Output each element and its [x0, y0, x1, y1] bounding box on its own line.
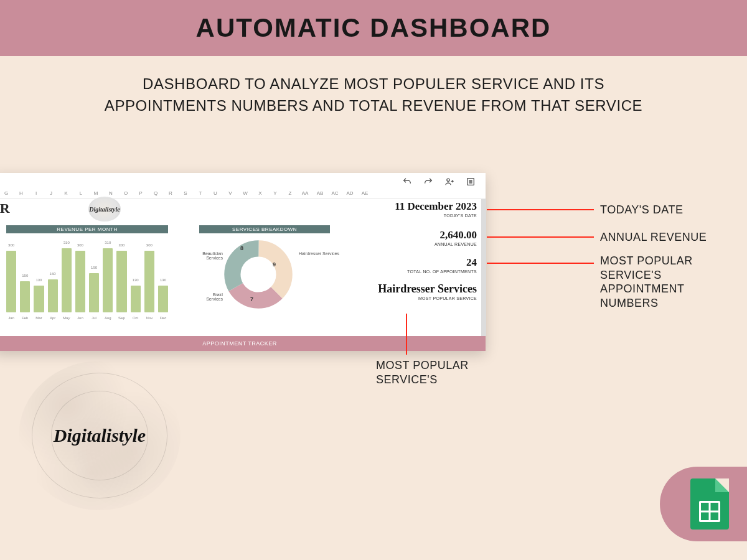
metric-date-value: 11 December 2023 — [395, 200, 477, 213]
callout-line-date — [487, 209, 594, 210]
column-letter: U — [208, 190, 223, 198]
redo-icon[interactable] — [423, 177, 433, 187]
bar-month: Feb — [22, 316, 28, 320]
bar-value: 130 — [35, 278, 42, 282]
column-letter: L — [73, 190, 88, 198]
bar-month: Apr — [50, 316, 55, 320]
metric-appts-value: 24 — [407, 256, 477, 269]
callout-line-revenue — [487, 236, 594, 238]
bar: 310Aug — [103, 248, 113, 312]
metric-most-popular: Hairdresser Services MOST POPULAR SERVIC… — [378, 282, 477, 301]
pie-value-braid: 7 — [250, 296, 253, 302]
column-letter: P — [133, 190, 148, 198]
bar-chart: 300Jan150Feb130Mar160Apr310May300Jun190J… — [6, 238, 168, 312]
page-subheading: DASHBOARD TO ANALYZE MOST POPULER SERVIC… — [93, 73, 654, 117]
metric-appts-label: TOTAL NO. OF APPOINTMENTS — [407, 269, 477, 274]
column-letter: T — [193, 190, 208, 198]
bar-value: 150 — [22, 274, 28, 278]
bar: 300Jan — [6, 251, 16, 312]
metric-popular-label: MOST POPULAR SERVICE — [378, 296, 477, 301]
bar: 300Nov — [144, 251, 154, 312]
pie-value-beautician: 8 — [240, 245, 243, 251]
bar-chart-title: REVENUE PER MONTH — [6, 225, 168, 233]
column-letter: W — [238, 190, 253, 198]
bar-value: 300 — [8, 243, 14, 247]
page-title: AUTOMATIC DASHBOARD — [196, 13, 552, 43]
metric-todays-date: 11 December 2023 TODAY'S DATE — [395, 200, 477, 218]
bar-month: Nov — [146, 316, 153, 320]
metric-revenue-value: 2,640.00 — [435, 229, 477, 241]
brand-logo: Digitalistyle — [19, 361, 181, 510]
undo-icon[interactable] — [402, 177, 412, 187]
callout-line-appts — [487, 263, 594, 264]
column-letter: Z — [283, 190, 298, 198]
callout-appointment-numbers: MOST POPULAR SERVICE'S APPOINTMENT NUMBE… — [600, 254, 737, 310]
bar-month: Dec — [160, 316, 167, 320]
callout-most-popular: MOST POPULAR SERVICE'S — [376, 358, 513, 386]
column-letter: X — [253, 190, 268, 198]
bar-value: 300 — [118, 243, 125, 247]
column-letter: G — [0, 190, 14, 198]
column-letter: AD — [342, 190, 357, 198]
bar-value: 310 — [63, 241, 70, 245]
column-letter: J — [44, 190, 59, 198]
metric-annual-revenue: 2,640.00 ANNUAL REVENUE — [435, 229, 477, 246]
google-sheets-icon — [690, 478, 729, 530]
sheets-badge — [660, 467, 747, 541]
metric-date-label: TODAY'S DATE — [395, 213, 477, 218]
metric-popular-value: Hairdresser Services — [378, 282, 477, 296]
spreadsheet-panel: GHIJKLMNOPQRSTUVWXYZAAABACADAE ER Digita… — [0, 173, 486, 351]
bar: 300Sep — [116, 251, 126, 312]
hero-bar: AUTOMATIC DASHBOARD — [0, 0, 747, 56]
column-letter: Y — [268, 190, 283, 198]
pie-value-hairdresser: 9 — [273, 261, 276, 268]
column-letter: AC — [327, 190, 342, 198]
bar-value: 130 — [133, 278, 139, 282]
column-letter: V — [223, 190, 238, 198]
bar-value: 130 — [160, 278, 166, 282]
bar-value: 160 — [50, 272, 56, 276]
brand-mini-logo: Digitalistyle — [88, 197, 121, 222]
tracker-title-fragment: ER — [0, 200, 11, 217]
scroll-track[interactable] — [481, 199, 486, 336]
column-letters: GHIJKLMNOPQRSTUVWXYZAAABACADAE — [0, 190, 486, 199]
bar-month: Aug — [105, 316, 111, 320]
sheet-footer: APPOINTMENT TRACKER — [0, 336, 486, 351]
column-letter: AE — [357, 190, 372, 198]
bar-month: Jan — [8, 316, 14, 320]
column-letter: K — [59, 190, 73, 198]
column-letter: I — [29, 190, 44, 198]
bar-month: Jun — [77, 316, 83, 320]
bar: 130Mar — [34, 286, 44, 312]
bar-month: Oct — [133, 316, 138, 320]
bar-value: 300 — [146, 243, 153, 247]
metric-total-appointments: 24 TOTAL NO. OF APPOINTMENTS — [407, 256, 477, 274]
metric-revenue-label: ANNUAL REVENUE — [435, 242, 477, 246]
bar: 310May — [62, 248, 72, 312]
bar: 300Jun — [75, 251, 85, 312]
column-letter: AB — [312, 190, 327, 198]
brand-name: Digitalistyle — [54, 425, 146, 446]
column-letter: S — [178, 190, 193, 198]
bar-value: 300 — [77, 243, 83, 247]
bar-month: Jul — [92, 316, 96, 320]
bar: 150Feb — [20, 281, 30, 312]
sheet-toolbar — [0, 173, 486, 190]
pie-legend-braid: Braid Services — [198, 292, 223, 301]
column-letter: R — [163, 190, 178, 198]
bar-value: 190 — [91, 266, 97, 269]
donut-chart — [224, 240, 293, 309]
bar-month: Sep — [118, 316, 125, 320]
bar-month: May — [63, 316, 70, 320]
bar: 130Dec — [158, 286, 168, 312]
pie-legend-beautician: Beautician Services — [198, 251, 223, 260]
column-letter: Q — [148, 190, 163, 198]
share-person-icon[interactable] — [444, 177, 454, 187]
sheet-body: ER Digitalistyle REVENUE PER MONTH SERVI… — [0, 199, 486, 336]
pie-legend-hairdresser: Hairdresser Services — [299, 251, 339, 256]
bar: 160Apr — [48, 279, 58, 312]
callout-annual-revenue: ANNUAL REVENUE — [600, 230, 707, 245]
menu-icon[interactable] — [466, 177, 476, 187]
callout-todays-date: TODAY'S DATE — [600, 203, 683, 217]
pie-chart-title: SERVICES BREAKDOWN — [199, 225, 330, 233]
